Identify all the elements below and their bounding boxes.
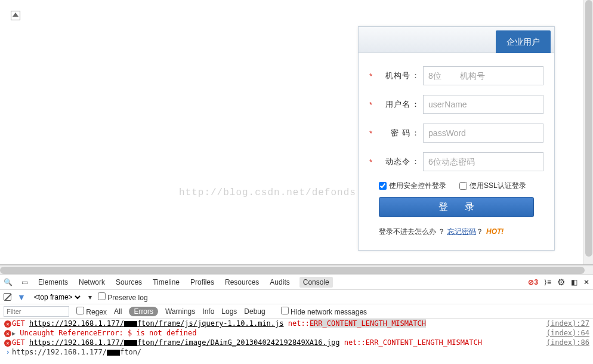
tab-sources[interactable]: Sources [115, 278, 143, 286]
row-pass: * 密 码 ： [369, 124, 543, 143]
username-input[interactable] [423, 95, 543, 114]
password-input[interactable] [423, 124, 543, 143]
level-info[interactable]: Info [202, 307, 214, 316]
error-count-badge[interactable]: ⊘3 [528, 278, 538, 286]
tab-network[interactable]: Network [78, 278, 106, 286]
console-toolbar-1: ▼ <top frame> ▾ Preserve log [0, 290, 593, 304]
dock-icon[interactable]: ◧ [571, 278, 577, 286]
expand-icon[interactable]: ▶ [12, 330, 16, 337]
tab-resources[interactable]: Resources [224, 278, 260, 286]
filter-icon[interactable]: ▼ [17, 292, 26, 302]
tab-timeline[interactable]: Timeline [152, 278, 181, 286]
required-asterisk: * [369, 158, 372, 166]
checkbox-secure-control-box[interactable] [379, 182, 387, 190]
settings-icon[interactable]: ⚙ [557, 277, 565, 288]
org-input[interactable] [423, 66, 543, 85]
error-icon: ✕ [4, 330, 11, 337]
level-warnings[interactable]: Warnings [165, 307, 195, 316]
console-output[interactable]: ✕ GET https://192.168.1.177/fton/frame/j… [0, 319, 593, 364]
hide-network-checkbox[interactable]: Hide network messages [281, 307, 367, 316]
login-panel: 企业用户 * 机构号 ： * 用户名 ： * 密 码 ： * [358, 26, 555, 251]
label-org: 机构号 [375, 70, 410, 81]
broken-image-icon [11, 11, 20, 20]
row-user: * 用户名 ： [369, 95, 543, 114]
devtools-tab-bar: 🔍 ▭ Elements Network Sources Timeline Pr… [0, 274, 593, 290]
console-line-error: ✕ GET https://192.168.1.177/fton/frame/i… [0, 338, 593, 347]
clear-console-icon[interactable] [4, 293, 11, 301]
page-vertical-scrollbar[interactable] [583, 0, 593, 265]
source-link[interactable]: (index):86 [535, 338, 589, 347]
checkbox-ssl-box[interactable] [459, 182, 467, 190]
otp-input[interactable] [423, 152, 543, 171]
page-viewport: 企业用户 * 机构号 ： * 用户名 ： * 密 码 ： * [0, 0, 593, 265]
error-icon: ✕ [4, 320, 11, 328]
row-otp: * 动态令 ： [369, 152, 543, 171]
level-debug[interactable]: Debug [244, 307, 265, 316]
close-devtools-icon[interactable]: ✕ [583, 278, 589, 286]
console-toolbar-2: Regex All Errors Warnings Info Logs Debu… [0, 304, 593, 319]
required-asterisk: * [369, 100, 372, 109]
login-button[interactable]: 登录 [379, 197, 534, 217]
tab-console[interactable]: Console [299, 277, 333, 288]
level-all[interactable]: All [114, 307, 122, 316]
search-icon[interactable]: 🔍 [4, 278, 12, 286]
error-icon: ✕ [4, 340, 11, 347]
console-prompt-line[interactable]: › https://192.168.1.177/fton/ [0, 347, 593, 357]
toggle-drawer-icon[interactable]: ⟩≡ [544, 278, 551, 286]
panel-header: 企业用户 [359, 27, 554, 53]
checkbox-secure-control[interactable]: 使用安全控件登录 [379, 181, 446, 191]
console-line-error: ✕ GET https://192.168.1.177/fton/frame/j… [0, 319, 593, 328]
prompt-icon: › [4, 348, 12, 356]
tab-profiles[interactable]: Profiles [189, 278, 215, 286]
required-asterisk: * [369, 72, 372, 81]
label-otp: 动态令 [375, 156, 410, 167]
tab-elements[interactable]: Elements [37, 278, 69, 286]
watermark-text: http://blog.csdn.net/defonds [179, 187, 356, 198]
help-line: 登录不进去怎么办 ？ 忘记密码？ HOT! [369, 224, 543, 244]
level-logs[interactable]: Logs [221, 307, 237, 316]
tab-enterprise-user[interactable]: 企业用户 [496, 30, 551, 53]
preserve-log-checkbox[interactable]: Preserve log [98, 292, 148, 302]
forgot-password-link[interactable]: 忘记密码 [447, 227, 476, 236]
page-horizontal-scrollbar[interactable] [0, 265, 593, 274]
console-line-error: ✕ ▶ Uncaught ReferenceError: $ is not de… [0, 328, 593, 338]
required-asterisk: * [369, 129, 372, 138]
tab-audits[interactable]: Audits [268, 278, 291, 286]
device-icon[interactable]: ▭ [20, 278, 29, 286]
hot-badge: HOT! [486, 227, 504, 236]
frame-selector[interactable]: <top frame> [32, 292, 82, 302]
level-errors[interactable]: Errors [129, 307, 158, 316]
row-org: * 机构号 ： [369, 66, 543, 85]
label-user: 用户名 [375, 99, 410, 110]
source-link[interactable]: (index):64 [535, 329, 589, 337]
source-link[interactable]: (index):27 [535, 319, 589, 328]
checkbox-ssl[interactable]: 使用SSL认证登录 [459, 181, 526, 191]
regex-checkbox[interactable]: Regex [76, 307, 107, 316]
devtools-panel: 🔍 ▭ Elements Network Sources Timeline Pr… [0, 274, 593, 364]
label-pass: 密 码 [375, 128, 410, 138]
frame-selector-arrow[interactable]: ▾ [88, 293, 92, 301]
console-filter-input[interactable] [4, 306, 69, 317]
